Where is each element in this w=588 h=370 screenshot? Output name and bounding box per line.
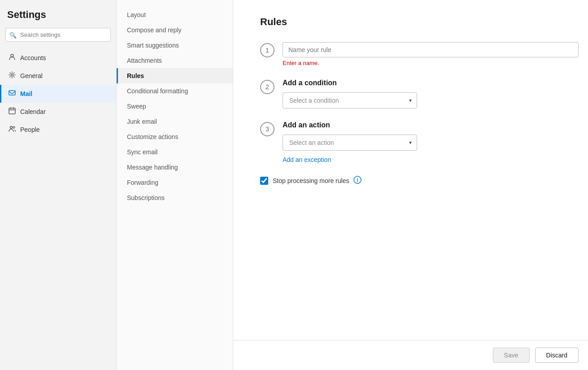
- step-1-row: 1 Enter a name.: [260, 42, 579, 66]
- mid-item-smart-suggestions[interactable]: Smart suggestions: [117, 38, 233, 53]
- save-button[interactable]: Save: [493, 348, 530, 363]
- search-box[interactable]: 🔍: [5, 28, 111, 42]
- step-1-circle: 1: [260, 43, 274, 57]
- step-1-content: Enter a name.: [283, 42, 579, 66]
- accounts-icon: [9, 53, 16, 62]
- discard-button[interactable]: Discard: [535, 348, 579, 363]
- left-sidebar: Settings 🔍 Accounts General Mail Calenda…: [0, 0, 117, 370]
- general-icon: [9, 71, 16, 80]
- sidebar-item-people-label: People: [20, 126, 40, 133]
- svg-point-0: [11, 54, 13, 57]
- step-2-row: 2 Add a condition Select a condition ▾: [260, 79, 579, 109]
- mid-item-junk-email[interactable]: Junk email: [117, 114, 233, 129]
- condition-dropdown[interactable]: Select a condition: [283, 92, 417, 109]
- info-icon[interactable]: [353, 176, 362, 186]
- condition-dropdown-wrapper[interactable]: Select a condition ▾: [283, 92, 417, 109]
- rule-name-error: Enter a name.: [283, 60, 579, 66]
- mid-item-compose-reply[interactable]: Compose and reply: [117, 22, 233, 38]
- action-dropdown[interactable]: Select an action: [283, 135, 417, 151]
- svg-point-4: [10, 126, 13, 129]
- mid-item-sync-email[interactable]: Sync email: [117, 144, 233, 160]
- sidebar-item-mail-label: Mail: [20, 90, 32, 97]
- mid-item-forwarding[interactable]: Forwarding: [117, 175, 233, 190]
- mid-item-attachments[interactable]: Attachments: [117, 53, 233, 68]
- sidebar-item-mail[interactable]: Mail: [0, 85, 116, 103]
- calendar-icon: [9, 107, 16, 116]
- step-3-content: Add an action Select an action ▾ Add an …: [283, 121, 579, 163]
- sidebar-item-calendar-label: Calendar: [20, 108, 46, 115]
- app-title: Settings: [0, 9, 116, 28]
- mid-item-sweep[interactable]: Sweep: [117, 99, 233, 114]
- step-3-label: Add an action: [283, 121, 579, 129]
- stop-processing-label: Stop processing more rules: [273, 177, 349, 184]
- step-2-circle: 2: [260, 80, 274, 94]
- main-scroll: Rules 1 Enter a name. 2 Add a condition …: [233, 0, 588, 340]
- search-icon: 🔍: [9, 31, 17, 38]
- sidebar-item-accounts-label: Accounts: [20, 54, 46, 61]
- svg-rect-2: [9, 91, 15, 95]
- mail-icon: [9, 89, 16, 98]
- mid-item-subscriptions[interactable]: Subscriptions: [117, 190, 233, 205]
- stop-processing-row: Stop processing more rules: [260, 176, 579, 186]
- step-2-content: Add a condition Select a condition ▾: [283, 79, 579, 109]
- mid-sidebar: Layout Compose and reply Smart suggestio…: [117, 0, 233, 370]
- mid-item-message-handling[interactable]: Message handling: [117, 160, 233, 175]
- sidebar-item-people[interactable]: People: [0, 121, 116, 139]
- mid-item-rules[interactable]: Rules: [117, 68, 233, 83]
- stop-processing-checkbox[interactable]: [260, 177, 268, 185]
- search-input[interactable]: [5, 28, 111, 42]
- mid-item-layout[interactable]: Layout: [117, 7, 233, 22]
- people-icon: [9, 125, 16, 134]
- add-exception-link[interactable]: Add an exception: [283, 156, 331, 163]
- mid-item-conditional-formatting[interactable]: Conditional formatting: [117, 83, 233, 99]
- sidebar-item-accounts[interactable]: Accounts: [0, 49, 116, 67]
- rule-name-input[interactable]: [283, 42, 579, 57]
- svg-point-5: [13, 126, 15, 128]
- svg-point-1: [11, 74, 13, 76]
- step-2-label: Add a condition: [283, 79, 579, 87]
- sidebar-item-calendar[interactable]: Calendar: [0, 103, 116, 121]
- step-3-circle: 3: [260, 122, 274, 136]
- mid-item-customize-actions[interactable]: Customize actions: [117, 129, 233, 144]
- main-footer: Save Discard: [233, 340, 588, 370]
- main-content: Rules 1 Enter a name. 2 Add a condition …: [233, 0, 588, 370]
- svg-point-7: [357, 178, 358, 179]
- step-3-row: 3 Add an action Select an action ▾ Add a…: [260, 121, 579, 163]
- action-dropdown-wrapper[interactable]: Select an action ▾: [283, 135, 417, 151]
- sidebar-item-general-label: General: [20, 72, 43, 79]
- page-title: Rules: [260, 16, 579, 28]
- sidebar-item-general[interactable]: General: [0, 67, 116, 85]
- svg-rect-3: [9, 108, 15, 114]
